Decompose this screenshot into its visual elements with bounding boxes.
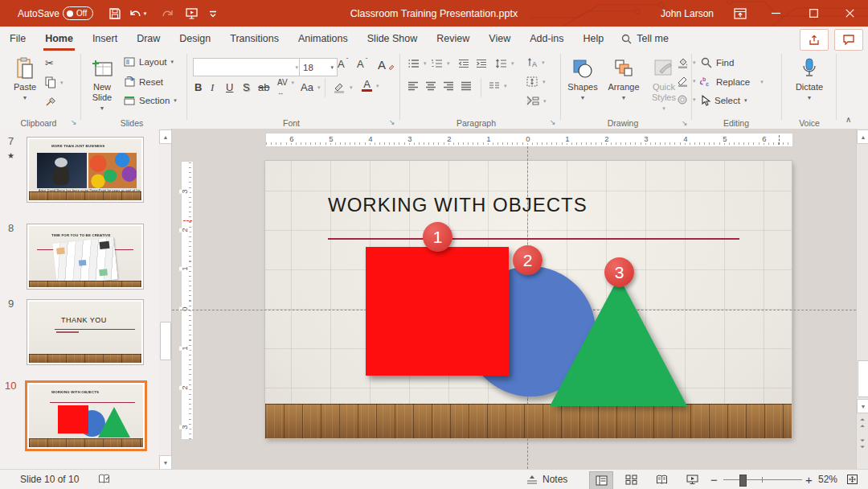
highlight-color-button[interactable]: ▾ <box>333 81 353 94</box>
character-spacing-button[interactable]: AV▾ <box>277 80 294 86</box>
vertical-scrollbar[interactable]: ▲ ▼ ⏶⏶ ⏷⏷ <box>856 129 868 469</box>
slide-9-thumbnail[interactable]: THANK YOU <box>27 299 144 365</box>
maximize-button[interactable] <box>796 0 832 27</box>
slide-show-button[interactable] <box>681 471 703 488</box>
strikethrough-button[interactable]: ab <box>258 81 269 93</box>
italic-button[interactable]: I <box>211 81 214 94</box>
tab-animations[interactable]: Animations <box>289 27 358 51</box>
callout-1[interactable]: 1 <box>423 222 452 252</box>
scroll-down-button[interactable]: ▼ <box>857 399 868 413</box>
slide-canvas[interactable]: WORKING WITH OBJECTS 1 2 3 <box>265 161 792 438</box>
zoom-in-button[interactable]: + <box>805 470 813 489</box>
thumbnail-scroll-down-button[interactable]: ▼ <box>159 455 172 470</box>
new-slide-button[interactable]: New Slide▼ <box>84 53 121 113</box>
scroll-up-button[interactable]: ▲ <box>857 129 868 144</box>
spell-check-button[interactable] <box>98 470 110 489</box>
dictate-button[interactable]: Dictate▼ <box>789 53 829 103</box>
align-right-button[interactable] <box>443 81 454 91</box>
drawing-dialog-launcher[interactable]: ↘ <box>682 119 688 127</box>
bold-button[interactable]: B <box>194 81 202 93</box>
normal-view-button[interactable] <box>589 471 613 489</box>
next-slide-button[interactable]: ⏷⏷ <box>857 438 868 450</box>
change-case-button[interactable]: Aa▾ <box>301 81 320 93</box>
justify-button[interactable] <box>461 81 472 91</box>
align-center-button[interactable] <box>425 81 436 91</box>
red-square-shape[interactable] <box>366 247 509 376</box>
paragraph-dialog-launcher[interactable]: ↘ <box>550 118 556 126</box>
format-painter-button[interactable] <box>45 96 57 108</box>
tab-file[interactable]: File <box>0 27 35 51</box>
ribbon-display-options-button[interactable] <box>722 0 758 27</box>
thumbnail-scrollbar[interactable]: ▲ ▼ <box>158 129 172 469</box>
reading-view-button[interactable] <box>650 471 673 488</box>
tab-view[interactable]: View <box>479 27 520 51</box>
callout-3[interactable]: 3 <box>604 257 634 287</box>
callout-2[interactable]: 2 <box>513 245 542 275</box>
section-button[interactable]: Section▾ <box>124 96 177 105</box>
green-triangle-shape[interactable] <box>550 277 687 406</box>
user-name[interactable]: John Larson <box>661 0 714 27</box>
slide-sorter-view-button[interactable] <box>620 471 642 488</box>
slide-8-thumbnail[interactable]: TIME FOR YOU TO BE CREATIVE <box>27 224 144 290</box>
vertical-ruler[interactable]: 3 2 1 0 1 2 3 <box>181 161 194 440</box>
columns-button[interactable]: ▾ <box>489 81 507 91</box>
cut-button[interactable]: ✂ <box>45 57 54 69</box>
zoom-slider-track[interactable] <box>723 479 802 480</box>
notes-button[interactable]: Notes <box>526 470 567 489</box>
font-dialog-launcher[interactable]: ↘ <box>389 118 395 126</box>
share-button[interactable] <box>800 29 829 51</box>
underline-button[interactable]: U <box>226 81 233 93</box>
zoom-out-button[interactable]: − <box>710 470 718 489</box>
tab-transitions[interactable]: Transitions <box>220 27 289 51</box>
font-color-button[interactable]: A▾ <box>362 80 379 92</box>
font-size-combo[interactable]: 18▾ <box>299 58 338 76</box>
collapse-ribbon-button[interactable]: ∧ <box>845 115 851 124</box>
zoom-level[interactable]: 52% <box>818 470 837 489</box>
shapes-button[interactable]: Shapes▼ <box>563 53 602 103</box>
minimize-button[interactable] <box>758 0 794 27</box>
zoom-slider-thumb[interactable] <box>739 475 747 487</box>
slide-accent-line[interactable] <box>328 238 739 240</box>
text-direction-button[interactable]: A▾ <box>526 57 545 68</box>
tab-insert[interactable]: Insert <box>83 27 127 51</box>
slide-10-thumbnail[interactable]: WORKING WITH OBJECTS <box>25 380 147 451</box>
tab-add-ins[interactable]: Add-ins <box>520 27 573 51</box>
convert-to-smartart-button[interactable]: ▾ <box>526 96 547 106</box>
decrease-indent-button[interactable] <box>458 59 469 68</box>
font-name-combo[interactable]: ▾ <box>193 58 302 76</box>
horizontal-ruler[interactable]: 6 5 4 3 2 1 0 1 2 3 4 5 6 <box>265 133 793 147</box>
thumbnail-scrollbar-thumb[interactable] <box>160 322 171 360</box>
clipboard-dialog-launcher[interactable]: ↘ <box>71 118 77 126</box>
align-left-button[interactable] <box>407 81 419 91</box>
line-spacing-button[interactable]: ▾ <box>495 59 514 68</box>
tab-design[interactable]: Design <box>170 27 220 51</box>
shrink-font-button[interactable]: Aˇ <box>357 58 370 70</box>
tab-slide-show[interactable]: Slide Show <box>358 27 428 51</box>
reset-button[interactable]: Reset <box>124 76 163 87</box>
copy-button[interactable]: ▾ <box>45 76 63 88</box>
bullets-button[interactable]: ▾ <box>407 59 427 68</box>
paste-button[interactable]: Paste▼ <box>8 53 42 103</box>
text-shadow-button[interactable]: S <box>243 81 250 93</box>
shape-outline-button[interactable]: ▾ <box>677 76 696 87</box>
find-button[interactable]: Find <box>701 57 734 68</box>
tab-draw[interactable]: Draw <box>127 27 170 51</box>
grow-font-button[interactable]: Aˆ <box>338 58 350 70</box>
clear-formatting-button[interactable]: A <box>378 58 395 72</box>
arrange-button[interactable]: Arrange▼ <box>604 53 644 103</box>
increase-indent-button[interactable] <box>476 59 487 68</box>
replace-button[interactable]: bc Replace▾ <box>699 76 764 88</box>
thumbnail-scroll-up-button[interactable]: ▲ <box>159 129 172 144</box>
select-button[interactable]: Select▾ <box>701 95 747 106</box>
comments-button[interactable] <box>834 29 863 51</box>
scrollbar-thumb[interactable] <box>858 360 868 397</box>
close-button[interactable] <box>832 0 868 27</box>
fit-slide-to-window-button[interactable] <box>846 470 858 489</box>
slide-indicator[interactable]: Slide 10 of 10 <box>20 470 79 489</box>
tab-review[interactable]: Review <box>427 27 479 51</box>
align-text-button[interactable]: ▾ <box>526 76 546 87</box>
shape-effects-button[interactable]: ▾ <box>677 94 696 105</box>
slide-7-thumbnail[interactable]: MORE THAN JUST BUSINESS Artist David Byr… <box>27 137 144 203</box>
tell-me-search[interactable]: Tell me <box>613 27 677 51</box>
layout-button[interactable]: Layout▾ <box>124 57 174 67</box>
